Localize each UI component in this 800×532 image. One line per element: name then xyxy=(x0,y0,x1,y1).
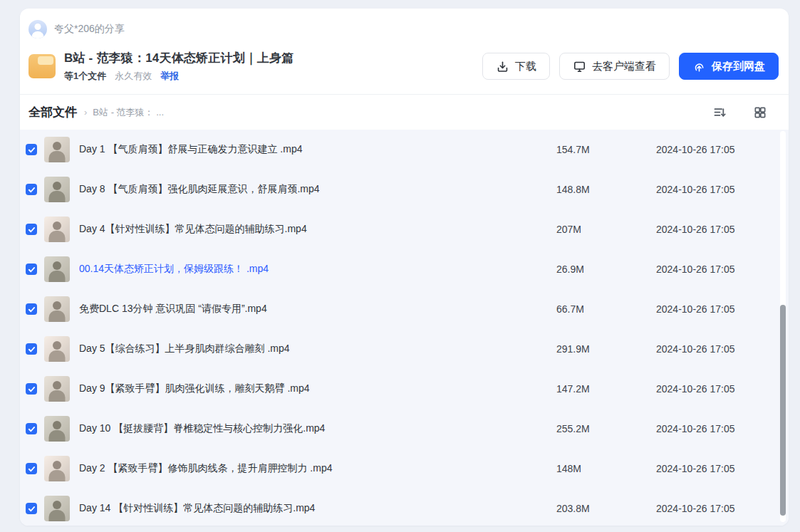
file-name: Day 9【紧致手臂】肌肉强化训练，雕刻天鹅臂 .mp4 xyxy=(79,382,556,395)
video-thumbnail[interactable] xyxy=(44,336,70,362)
download-icon xyxy=(496,60,509,73)
file-name: Day 5【综合练习】上半身肌肉群综合雕刻 .mp4 xyxy=(79,343,556,355)
video-thumbnail[interactable] xyxy=(44,217,70,242)
file-size: 66.7M xyxy=(556,303,656,315)
folder-header-row: B站 - 范李猿：14天体态矫正计划｜上身篇 等1个文件 永久有效 举报 下载 xyxy=(20,43,789,94)
checkbox-checked[interactable] xyxy=(26,184,37,195)
checkbox-checked[interactable] xyxy=(26,303,37,315)
video-thumbnail[interactable] xyxy=(44,296,70,322)
scrollbar-thumb[interactable] xyxy=(780,305,786,516)
checkbox-checked[interactable] xyxy=(26,343,37,355)
video-thumbnail[interactable] xyxy=(44,416,70,442)
report-link[interactable]: 举报 xyxy=(160,70,179,83)
validity-label: 永久有效 xyxy=(115,70,152,83)
breadcrumb-toolbar: 全部文件 › B站 - 范李猿： ... xyxy=(20,95,789,130)
file-list: Day 1 【气质肩颈】舒展与正确发力意识建立 .mp4 154.7M 2024… xyxy=(20,130,789,526)
file-row[interactable]: Day 2 【紧致手臂】修饰肌肉线条，提升肩胛控制力 .mp4 148M 202… xyxy=(20,449,789,489)
share-owner-label: 夸父*206的分享 xyxy=(54,23,125,36)
file-name: Day 4【针对性训练】常见体态问题的辅助练习.mp4 xyxy=(79,223,556,236)
open-in-client-button-label: 去客户端查看 xyxy=(592,60,656,73)
video-thumbnail[interactable] xyxy=(44,137,70,162)
file-name: 免费DLC 13分钟 意识巩固 “请假专用”.mp4 xyxy=(79,303,556,315)
file-size: 291.9M xyxy=(556,343,656,355)
file-row[interactable]: Day 8 【气质肩颈】强化肌肉延展意识，舒展肩颈.mp4 148.8M 202… xyxy=(20,169,789,209)
file-name: Day 14 【针对性训练】常见体态问题的辅助练习.mp4 xyxy=(79,502,556,515)
open-in-client-button[interactable]: 去客户端查看 xyxy=(559,53,670,80)
file-row[interactable]: 免费DLC 13分钟 意识巩固 “请假专用”.mp4 66.7M 2024-10… xyxy=(20,289,789,329)
file-row[interactable]: Day 1 【气质肩颈】舒展与正确发力意识建立 .mp4 154.7M 2024… xyxy=(20,130,789,169)
folder-subline: 等1个文件 永久有效 举报 xyxy=(64,70,293,83)
file-size: 203.8M xyxy=(556,503,656,514)
file-modified-date: 2024-10-26 17:05 xyxy=(656,303,749,315)
video-thumbnail[interactable] xyxy=(44,456,70,481)
header-actions: 下载 去客户端查看 保存到网盘 xyxy=(482,53,779,80)
user-avatar-icon xyxy=(28,20,47,38)
save-to-drive-button[interactable]: 保存到网盘 xyxy=(679,53,779,80)
file-row[interactable]: Day 5【综合练习】上半身肌肉群综合雕刻 .mp4 291.9M 2024-1… xyxy=(20,329,789,369)
file-size: 154.7M xyxy=(556,144,656,155)
file-name: Day 2 【紧致手臂】修饰肌肉线条，提升肩胛控制力 .mp4 xyxy=(79,462,556,475)
file-size: 148.8M xyxy=(556,184,656,195)
file-size: 147.2M xyxy=(556,383,656,395)
video-thumbnail[interactable] xyxy=(44,177,70,202)
file-row[interactable]: Day 10 【挺拔腰背】脊椎稳定性与核心控制力强化.mp4 255.2M 20… xyxy=(20,409,789,449)
file-row[interactable]: Day 14 【针对性训练】常见体态问题的辅助练习.mp4 203.8M 202… xyxy=(20,489,789,526)
breadcrumb-all-files[interactable]: 全部文件 xyxy=(28,104,77,120)
video-thumbnail[interactable] xyxy=(44,256,70,282)
file-row[interactable]: Day 4【针对性训练】常见体态问题的辅助练习.mp4 207M 2024-10… xyxy=(20,209,789,249)
share-page-card: 夸父*206的分享 B站 - 范李猿：14天体态矫正计划｜上身篇 等1个文件 永… xyxy=(20,9,789,526)
sort-list-icon[interactable] xyxy=(712,105,727,120)
checkbox-checked[interactable] xyxy=(26,463,37,474)
checkbox-checked[interactable] xyxy=(26,503,37,514)
view-toggle-group xyxy=(712,105,767,120)
file-modified-date: 2024-10-26 17:05 xyxy=(656,463,749,474)
checkbox-checked[interactable] xyxy=(26,224,37,235)
file-size: 148M xyxy=(556,463,656,474)
file-size: 207M xyxy=(556,224,656,235)
folder-meta: B站 - 范李猿：14天体态矫正计划｜上身篇 等1个文件 永久有效 举报 xyxy=(64,50,293,83)
video-thumbnail[interactable] xyxy=(44,496,70,521)
file-name: Day 10 【挺拔腰背】脊椎稳定性与核心控制力强化.mp4 xyxy=(79,422,556,435)
file-modified-date: 2024-10-26 17:05 xyxy=(656,264,749,275)
file-modified-date: 2024-10-26 17:05 xyxy=(656,423,749,434)
folder-title: B站 - 范李猿：14天体态矫正计划｜上身篇 xyxy=(64,50,293,66)
grid-view-icon[interactable] xyxy=(753,105,767,120)
file-row[interactable]: 00.14天体态矫正计划，保姆级跟练！ .mp4 26.9M 2024-10-2… xyxy=(20,249,789,289)
file-name: Day 1 【气质肩颈】舒展与正确发力意识建立 .mp4 xyxy=(79,143,556,156)
cloud-upload-icon xyxy=(692,60,706,73)
file-size: 26.9M xyxy=(556,264,656,275)
folder-icon xyxy=(28,54,56,78)
file-modified-date: 2024-10-26 17:05 xyxy=(656,503,749,514)
checkbox-checked[interactable] xyxy=(26,383,37,395)
file-modified-date: 2024-10-26 17:05 xyxy=(656,144,749,155)
checkbox-checked[interactable] xyxy=(26,423,37,434)
file-count-label: 等1个文件 xyxy=(64,70,106,83)
video-thumbnail[interactable] xyxy=(44,376,70,402)
breadcrumb-separator-icon: › xyxy=(84,107,87,118)
file-modified-date: 2024-10-26 17:05 xyxy=(656,184,749,195)
file-name: Day 8 【气质肩颈】强化肌肉延展意识，舒展肩颈.mp4 xyxy=(79,183,556,196)
download-button-label: 下载 xyxy=(515,60,536,73)
file-modified-date: 2024-10-26 17:05 xyxy=(656,383,749,395)
monitor-icon xyxy=(573,60,586,73)
download-button[interactable]: 下载 xyxy=(482,53,550,80)
file-modified-date: 2024-10-26 17:05 xyxy=(656,224,749,235)
breadcrumb-current-folder[interactable]: B站 - 范李猿： ... xyxy=(93,106,164,119)
checkbox-checked[interactable] xyxy=(26,144,37,155)
file-modified-date: 2024-10-26 17:05 xyxy=(656,343,749,355)
file-name: 00.14天体态矫正计划，保姆级跟练！ .mp4 xyxy=(79,263,556,276)
file-row[interactable]: Day 9【紧致手臂】肌肉强化训练，雕刻天鹅臂 .mp4 147.2M 2024… xyxy=(20,369,789,409)
share-owner-row: 夸父*206的分享 xyxy=(20,9,789,43)
save-to-drive-button-label: 保存到网盘 xyxy=(712,60,765,73)
file-size: 255.2M xyxy=(556,423,656,434)
checkbox-checked[interactable] xyxy=(26,264,37,275)
